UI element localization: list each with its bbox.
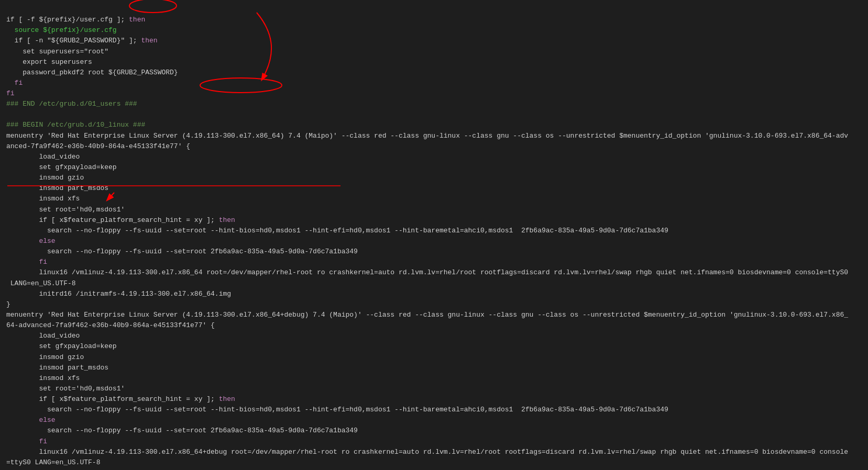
code-token: menuentry 'Red Hat Enterprise Linux Serv… xyxy=(6,132,848,140)
code-line: linux16 /vmlinuz-4.19.113-300.el7.x86_64… xyxy=(0,447,868,457)
code-token: anced-7fa9f462-e36b-40b9-864a-e45133f41e… xyxy=(6,142,190,150)
code-token: insmod part_msdos xyxy=(6,184,108,192)
code-line: ### END /etc/grub.d/01_users ### xyxy=(0,99,868,109)
code-line: if [ -n "${GRUB2_PASSWORD}" ]; then xyxy=(0,36,868,46)
code-token: set root='hd0,msdos1' xyxy=(6,206,125,214)
code-token: insmod xfs xyxy=(6,195,80,203)
code-token: password_pbkdf2 root ${GRUB2_PASSWORD} xyxy=(6,69,178,76)
code-line: fi xyxy=(0,257,868,267)
code-line xyxy=(0,109,868,120)
code-token: search --no-floppy --fs-uuid --set=root … xyxy=(6,227,668,234)
code-token: initrd16 /initramfs-4.19.113-300.el7.x86… xyxy=(6,290,231,298)
code-token: LANG=en_US.UTF-8 xyxy=(6,279,76,287)
code-token: insmod part_msdos xyxy=(6,364,108,372)
code-token: load_video xyxy=(6,153,80,161)
code-line: else xyxy=(0,415,868,426)
code-token: 64-advanced-7fa9f462-e36b-40b9-864a-e451… xyxy=(6,321,215,329)
code-line: if [ -f ${prefix}/user.cfg ]; then xyxy=(0,15,868,25)
code-token: else xyxy=(6,237,56,245)
code-line: =ttyS0 LANG=en_US.UTF-8 xyxy=(0,457,868,468)
code-token: search --no-floppy --fs-uuid --set=root … xyxy=(6,406,668,413)
code-line: search --no-floppy --fs-uuid --set=root … xyxy=(0,226,868,236)
code-line: insmod part_msdos xyxy=(0,183,868,194)
code-line: fi xyxy=(0,78,868,88)
code-line: LANG=en_US.UTF-8 xyxy=(0,278,868,289)
code-token: set gfxpayload=keep xyxy=(6,342,117,350)
code-token: insmod gzio xyxy=(6,174,84,182)
code-token: if [ x$feature_platform_search_hint = xy… xyxy=(6,395,219,403)
code-token: source ${prefix}/user.cfg xyxy=(6,26,117,34)
code-line: insmod gzio xyxy=(0,352,868,363)
code-token: search --no-floppy --fs-uuid --set=root … xyxy=(6,248,358,255)
code-line: anced-7fa9f462-e36b-40b9-864a-e45133f41e… xyxy=(0,141,868,152)
code-token: menuentry 'Red Hat Enterprise Linux Serv… xyxy=(6,311,848,319)
code-line: set superusers="root" xyxy=(0,47,868,57)
code-line: fi xyxy=(0,88,868,99)
code-line: 64-advanced-7fa9f462-e36b-40b9-864a-e451… xyxy=(0,320,868,331)
code-line: initrd16 /initramfs-4.19.113-300.el7.x86… xyxy=(0,289,868,299)
code-token: if [ -n "${GRUB2_PASSWORD}" ]; xyxy=(6,37,141,44)
code-token: } xyxy=(6,300,10,308)
code-token: set gfxpayload=keep xyxy=(6,163,117,171)
code-token: set root='hd0,msdos1' xyxy=(6,385,125,393)
code-token: fi xyxy=(6,438,47,445)
code-token: linux16 /vmlinuz-4.19.113-300.el7.x86_64… xyxy=(6,448,848,456)
code-line: insmod part_msdos xyxy=(0,363,868,373)
code-token: export superusers xyxy=(6,58,92,66)
code-token: insmod xfs xyxy=(6,374,80,382)
code-line: else xyxy=(0,236,868,247)
code-line: set root='hd0,msdos1' xyxy=(0,384,868,394)
code-line: export superusers xyxy=(0,57,868,68)
code-token: set superusers="root" xyxy=(6,48,108,55)
code-line: fi xyxy=(0,437,868,447)
code-line: menuentry 'Red Hat Enterprise Linux Serv… xyxy=(0,131,868,141)
code-line: search --no-floppy --fs-uuid --set=root … xyxy=(0,405,868,415)
code-token: load_video xyxy=(6,332,80,340)
code-token: else xyxy=(6,416,56,424)
code-line: if [ x$feature_platform_search_hint = xy… xyxy=(0,215,868,226)
code-line: } xyxy=(0,299,868,310)
code-token: ### END /etc/grub.d/01_users ### xyxy=(6,100,137,108)
code-token: fi xyxy=(6,79,23,87)
code-token: search --no-floppy --fs-uuid --set=root … xyxy=(6,427,358,434)
code-token: linux16 /vmlinuz-4.19.113-300.el7.x86_64… xyxy=(6,268,848,276)
code-token: insmod gzio xyxy=(6,353,84,361)
code-token: =ttyS0 LANG=en_US.UTF-8 xyxy=(6,458,100,466)
code-block: if [ -f ${prefix}/user.cfg ]; then sourc… xyxy=(0,0,868,470)
code-token: if [ x$feature_platform_search_hint = xy… xyxy=(6,216,219,224)
code-line: insmod xfs xyxy=(0,194,868,204)
code-token: if [ -f ${prefix}/user.cfg ]; xyxy=(6,16,129,24)
code-line: if [ x$feature_platform_search_hint = xy… xyxy=(0,394,868,405)
code-token: fi xyxy=(6,258,47,266)
code-token: fi xyxy=(6,89,15,97)
code-token: then xyxy=(219,395,235,403)
code-line: menuentry 'Red Hat Enterprise Linux Serv… xyxy=(0,310,868,320)
code-line: initrd16 /initramfs-4.19.113-300.el7.x86… xyxy=(0,468,868,470)
code-line: search --no-floppy --fs-uuid --set=root … xyxy=(0,426,868,436)
code-line: source ${prefix}/user.cfg xyxy=(0,25,868,36)
code-line: set gfxpayload=keep xyxy=(0,162,868,173)
code-token: then xyxy=(129,16,145,24)
code-token: then xyxy=(141,37,157,44)
code-line: load_video xyxy=(0,331,868,341)
code-line: password_pbkdf2 root ${GRUB2_PASSWORD} xyxy=(0,68,868,78)
code-line: insmod xfs xyxy=(0,373,868,384)
code-line: linux16 /vmlinuz-4.19.113-300.el7.x86_64… xyxy=(0,267,868,278)
code-token: then xyxy=(219,216,235,224)
code-token: ### BEGIN /etc/grub.d/10_linux ### xyxy=(6,121,145,129)
code-line: ### BEGIN /etc/grub.d/10_linux ### xyxy=(0,120,868,130)
code-line: load_video xyxy=(0,152,868,162)
code-line: set gfxpayload=keep xyxy=(0,341,868,352)
code-line: insmod gzio xyxy=(0,173,868,183)
code-line: set root='hd0,msdos1' xyxy=(0,205,868,215)
code-line: search --no-floppy --fs-uuid --set=root … xyxy=(0,247,868,257)
